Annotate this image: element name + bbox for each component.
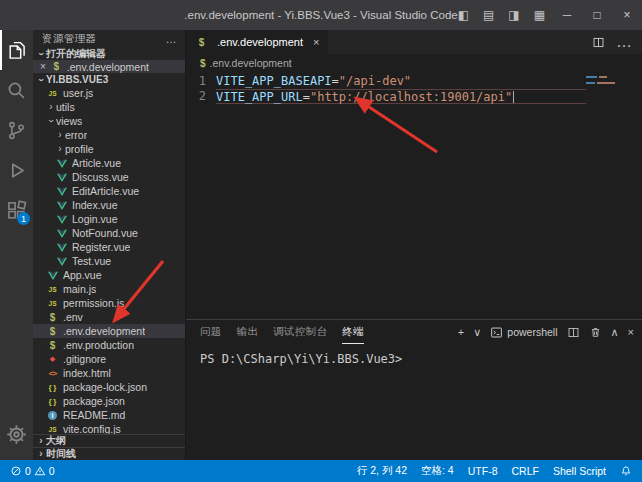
tree-item-utils[interactable]: ›utils <box>33 100 185 114</box>
file-label: user.js <box>63 87 93 99</box>
close-panel-icon[interactable]: × <box>628 326 634 338</box>
more-actions-icon[interactable]: … <box>616 33 632 51</box>
vue-icon <box>55 201 68 210</box>
project-root-label: YI.BBS.VUE3 <box>46 74 108 85</box>
panel-tab-终端[interactable]: 终端 <box>342 320 364 344</box>
tree-item-vite.config.js[interactable]: JSvite.config.js <box>33 422 185 434</box>
run-debug-icon[interactable] <box>0 150 33 190</box>
terminal[interactable]: PS D:\CSharp\Yi\Yi.BBS.Vue3> <box>186 344 642 460</box>
tree-item-.env[interactable]: $.env <box>33 310 185 324</box>
open-editors-header[interactable]: › 打开的编辑器 <box>33 47 185 60</box>
file-label: EditArticle.vue <box>72 185 139 197</box>
tree-item-user.js[interactable]: JSuser.js <box>33 86 185 100</box>
breadcrumb[interactable]: $ .env.development <box>186 54 642 72</box>
outline-section[interactable]: › 大纲 <box>33 434 185 447</box>
eol-sequence[interactable]: CRLF <box>511 465 538 477</box>
bottom-panel: 问题输出调试控制台终端 + ∨ powershell <box>186 319 642 460</box>
kill-terminal-icon[interactable] <box>589 326 602 339</box>
code-line-2[interactable]: 2VITE_APP_URL="http://localhost:19001/ap… <box>186 89 586 104</box>
tree-item-.env.production[interactable]: $.env.production <box>33 338 185 352</box>
maximize-button[interactable]: □ <box>582 0 612 30</box>
problems-status[interactable]: 0 0 <box>10 465 55 477</box>
file-label: Discuss.vue <box>72 171 129 183</box>
file-label: error <box>65 129 87 141</box>
minimize-button[interactable]: ─ <box>552 0 582 30</box>
open-editor-item[interactable]: × $ .env.development <box>33 60 185 73</box>
tree-item-Discuss.vue[interactable]: Discuss.vue <box>33 170 185 184</box>
tree-item-Login.vue[interactable]: Login.vue <box>33 212 185 226</box>
tree-item-views[interactable]: ›views <box>33 114 185 128</box>
code-editor[interactable]: 1VITE_APP_BASEAPI="/api-dev"2VITE_APP_UR… <box>186 72 642 319</box>
shell-file-icon: $ <box>195 37 208 48</box>
js-icon: JS <box>46 286 59 293</box>
file-label: .gitignore <box>63 353 106 365</box>
tree-item-Index.vue[interactable]: Index.vue <box>33 198 185 212</box>
tree-item-index.html[interactable]: <>index.html <box>33 366 185 380</box>
cursor-position[interactable]: 行 2, 列 42 <box>357 464 407 478</box>
html-icon: <> <box>46 369 59 378</box>
encoding[interactable]: UTF-8 <box>468 465 498 477</box>
indentation[interactable]: 空格: 4 <box>421 464 454 478</box>
customize-layout-icon[interactable]: ▦ <box>527 0 552 30</box>
vue-icon <box>55 229 68 238</box>
tree-item-package.json[interactable]: { }package.json <box>33 394 185 408</box>
tree-item-README.md[interactable]: iREADME.md <box>33 408 185 422</box>
terminal-dropdown-icon[interactable]: ∨ <box>473 326 481 339</box>
split-editor-icon[interactable] <box>592 36 605 49</box>
sidebar-more-actions-icon[interactable]: … <box>166 33 177 45</box>
tree-item-Test.vue[interactable]: Test.vue <box>33 254 185 268</box>
split-terminal-icon[interactable] <box>567 326 580 339</box>
file-label: permission.js <box>63 297 124 309</box>
tree-item-.gitignore[interactable]: ◆.gitignore <box>33 352 185 366</box>
notifications-bell-icon[interactable] <box>620 465 632 477</box>
sidebar-title: 资源管理器 <box>42 32 97 46</box>
panel-tab-问题[interactable]: 问题 <box>200 320 222 344</box>
explorer-icon[interactable] <box>0 30 33 70</box>
panel-tabs: 问题输出调试控制台终端 <box>200 320 379 344</box>
tree-item-package-lock.json[interactable]: { }package-lock.json <box>33 380 185 394</box>
tree-item-Register.vue[interactable]: Register.vue <box>33 240 185 254</box>
toggle-sidebar-icon[interactable]: ◧ <box>451 0 476 30</box>
search-icon[interactable] <box>0 70 33 110</box>
extensions-icon[interactable]: 1 <box>0 190 33 230</box>
tab-env-development[interactable]: $ .env.development × <box>186 30 329 54</box>
chevron-down-icon: › <box>36 75 46 85</box>
tab-close-icon[interactable]: × <box>313 36 319 48</box>
code-line-1[interactable]: 1VITE_APP_BASEAPI="/api-dev" <box>186 74 586 89</box>
minimap[interactable] <box>586 76 632 88</box>
tree-item-.env.development[interactable]: $.env.development <box>33 324 185 338</box>
file-label: .env.development <box>63 325 145 337</box>
terminal-instance[interactable]: powershell <box>490 326 557 339</box>
toggle-panel-icon[interactable]: ▤ <box>476 0 501 30</box>
panel-tab-调试控制台[interactable]: 调试控制台 <box>273 320 327 344</box>
terminal-actions: + ∨ powershell ∧ × <box>458 326 634 339</box>
panel-tab-输出[interactable]: 输出 <box>237 320 259 344</box>
close-editor-icon[interactable]: × <box>40 61 46 72</box>
sidebar-title-row: 资源管理器 … <box>33 30 185 47</box>
tree-item-Article.vue[interactable]: Article.vue <box>33 156 185 170</box>
line-content: VITE_APP_BASEAPI="/api-dev" <box>216 74 586 89</box>
settings-gear-icon[interactable] <box>0 414 33 454</box>
timeline-section[interactable]: › 时间线 <box>33 447 185 460</box>
tree-item-App.vue[interactable]: App.vue <box>33 268 185 282</box>
vue-icon <box>55 187 68 196</box>
tree-item-error[interactable]: ›error <box>33 128 185 142</box>
language-mode[interactable]: Shell Script <box>553 465 606 477</box>
tree-item-NotFound.vue[interactable]: NotFound.vue <box>33 226 185 240</box>
close-button[interactable]: × <box>612 0 642 30</box>
shell-file-icon: $ <box>46 340 59 351</box>
file-label: .env <box>63 311 83 323</box>
file-label: main.js <box>63 283 96 295</box>
new-terminal-icon[interactable]: + <box>458 326 464 338</box>
file-label: views <box>56 115 82 127</box>
maximize-panel-icon[interactable]: ∧ <box>611 326 619 339</box>
tree-item-profile[interactable]: ›profile <box>33 142 185 156</box>
file-label: profile <box>65 143 94 155</box>
project-root-header[interactable]: › YI.BBS.VUE3 <box>33 73 185 86</box>
source-control-icon[interactable] <box>0 110 33 150</box>
toggle-secondary-sidebar-icon[interactable]: ◨ <box>501 0 526 30</box>
tree-item-EditArticle.vue[interactable]: EditArticle.vue <box>33 184 185 198</box>
tree-item-main.js[interactable]: JSmain.js <box>33 282 185 296</box>
tree-item-permission.js[interactable]: JSpermission.js <box>33 296 185 310</box>
title-bar: .env.development - Yi.BBS.Vue3 - Visual … <box>0 0 642 30</box>
